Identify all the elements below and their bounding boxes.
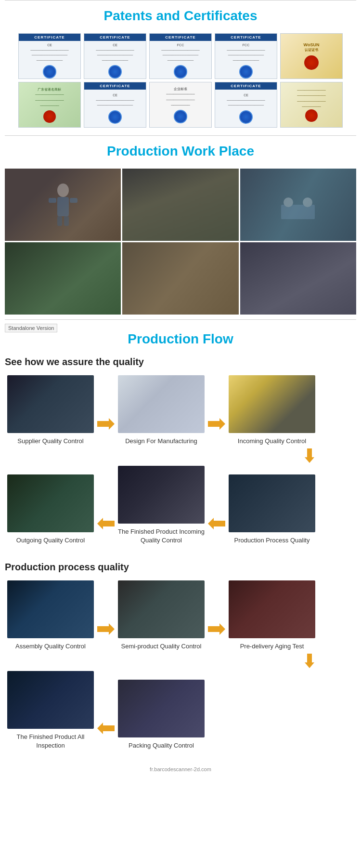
cert-label: CERTIFICATE (19, 34, 80, 41)
flow-photo-ppq (229, 474, 315, 532)
flow-item-pdat: Pre-delivery Aging Test (226, 580, 318, 651)
cert-label: CERTIFICATE (84, 82, 146, 90)
flow-item-aqc: Assembly Quality Control (5, 580, 96, 651)
workplace-photo-2 (122, 169, 238, 241)
standalone-badge: Standalone Version (5, 324, 57, 332)
svg-rect-1 (57, 197, 69, 216)
flow-photo-pqc (118, 680, 205, 737)
cert-seal (108, 65, 122, 79)
svg-rect-6 (281, 205, 315, 219)
proc-quality-title: Production process quality (5, 557, 356, 580)
flow-label-ppq: Production Process Quality (234, 536, 310, 545)
cert-seal (174, 110, 187, 123)
svg-marker-12 (97, 518, 115, 529)
flow-item-oqc: Outgoing Quality Control (5, 474, 96, 545)
cert-item: 广东省著名商标──────────────────────────────── (18, 82, 81, 128)
workplace-section (0, 164, 361, 319)
arrow-pqc-fpai (96, 721, 116, 750)
cert-item: CERTIFICATE CE──────────────────────────… (215, 82, 277, 128)
flow-label-fpiqc: The Finished Product Incoming Quality Co… (118, 527, 205, 545)
patents-section: CERTIFICATE CE──────────────────────────… (0, 28, 361, 135)
flow-photo-oqc (7, 474, 94, 532)
svg-point-0 (57, 184, 69, 197)
cert-seal (239, 65, 253, 79)
arrow-spqc-pdat (207, 622, 226, 651)
arrow-down-pdat-pqc (304, 654, 315, 668)
footer-url: fr.barcodescanner-2d.com (0, 763, 361, 774)
flow-item-dfm: Design For Manufacturing (116, 375, 207, 446)
cert-item: WoSUN认证证书 (280, 33, 343, 79)
workplace-title: Production Work Place (0, 136, 361, 164)
flow-photo-iqc (229, 375, 315, 433)
workplace-photo-3 (240, 169, 356, 241)
flow-label-dfm: Design For Manufacturing (125, 437, 197, 446)
arrow-fpiqc-oqc (96, 516, 116, 545)
svg-marker-14 (97, 623, 115, 635)
svg-rect-2 (49, 198, 56, 203)
flow-label-iqc: Incoming Quality Control (238, 437, 306, 446)
arrow-sqc-dfm (96, 417, 116, 446)
flow-label-pdat: Pre-delivery Aging Test (240, 642, 304, 651)
flow-item-iqc: Incoming Quality Control (226, 375, 318, 446)
workplace-grid (5, 169, 356, 315)
cert-label: CERTIFICATE (215, 82, 277, 90)
arrow-dfm-iqc (207, 417, 226, 446)
arrow-aqc-spqc (96, 622, 116, 651)
cert-grid: CERTIFICATE CE──────────────────────────… (5, 33, 356, 128)
flow-label-sqc: Supplier Quality Control (17, 437, 83, 446)
production-flow-title: Production Flow (5, 324, 356, 352)
flow-item-fpai: The Finished Product All Inspection (5, 671, 96, 750)
flow-photo-sqc (7, 375, 94, 433)
cert-seal (43, 65, 56, 79)
cert-label: CERTIFICATE (215, 34, 277, 41)
proc-quality-section: Production process quality Assembly Qual… (0, 553, 361, 763)
cert-seal (108, 110, 122, 124)
flow-label-spqc: Semi-product Quality Control (121, 642, 202, 651)
cert-seal (174, 65, 187, 79)
workplace-photo-4 (5, 242, 121, 315)
cert-item: CERTIFICATE FCC─────────────────────────… (149, 33, 212, 79)
flow-photo-spqc (118, 580, 205, 638)
svg-marker-11 (305, 448, 314, 463)
cert-item: 企业标准──────────────────────────────── (149, 82, 212, 128)
cert-item: ────────────────────────────────────────… (280, 82, 343, 128)
cert-item: CERTIFICATE FCC─────────────────────────… (215, 33, 277, 79)
arrow-down-iqc-ppq (304, 448, 315, 463)
svg-marker-15 (208, 623, 225, 635)
quality-subtitle: See how we assure the quality (5, 352, 356, 375)
flow-item-sqc: Supplier Quality Control (5, 375, 96, 446)
cert-label: CERTIFICATE (150, 34, 211, 41)
cert-item: CERTIFICATE CE──────────────────────────… (18, 33, 81, 79)
cert-label: CERTIFICATE (84, 34, 146, 41)
svg-marker-13 (208, 518, 225, 529)
svg-rect-5 (64, 216, 69, 226)
svg-rect-4 (57, 216, 62, 226)
flow-label-aqc: Assembly Quality Control (15, 642, 86, 651)
flow-item-spqc: Semi-product Quality Control (116, 580, 207, 651)
svg-marker-9 (97, 418, 115, 430)
cert-item: CERTIFICATE CE──────────────────────────… (84, 82, 146, 128)
svg-marker-17 (97, 723, 115, 734)
svg-rect-3 (70, 198, 77, 203)
flow-photo-aqc (7, 580, 94, 638)
flow-photo-fpiqc (118, 466, 205, 524)
workplace-photo-1 (5, 169, 121, 241)
arrow-ppq-fpiqc (207, 516, 226, 545)
svg-marker-10 (208, 418, 225, 430)
flow-label-pqc: Packing Quality Control (129, 741, 194, 750)
flow-item-pqc: Packing Quality Control (116, 680, 207, 750)
flow-label-oqc: Outgoing Quality Control (16, 536, 85, 545)
workplace-photo-6 (240, 242, 356, 315)
flow-item-fpiqc: The Finished Product Incoming Quality Co… (116, 466, 207, 545)
svg-marker-16 (305, 654, 314, 668)
production-flow-section: Standalone Version Production Flow See h… (0, 320, 361, 553)
cert-item: CERTIFICATE CE──────────────────────────… (84, 33, 146, 79)
flow-photo-dfm (118, 375, 205, 433)
patents-title: Patents and Certificates (0, 0, 361, 28)
svg-point-7 (284, 197, 293, 207)
flow-item-ppq: Production Process Quality (226, 474, 318, 545)
flow-label-fpai: The Finished Product All Inspection (7, 733, 94, 750)
flow-photo-pdat (229, 580, 315, 638)
cert-seal (239, 110, 253, 124)
flow-photo-fpai (7, 671, 94, 729)
